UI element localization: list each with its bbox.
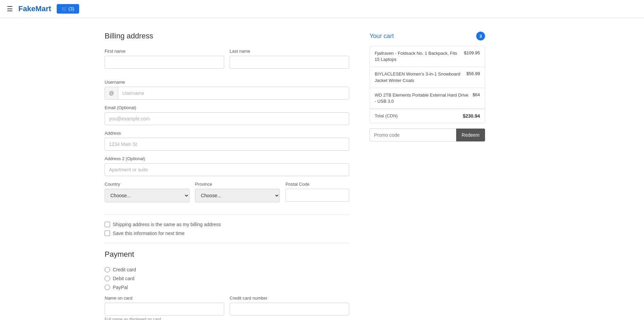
- address-group: Address: [105, 131, 349, 151]
- header: ☰ FakeMart 🛒 (3): [0, 0, 644, 18]
- cart-count-badge: 3: [476, 32, 485, 40]
- credit-card-radio-group: Credit card: [105, 267, 349, 272]
- payment-section-title: Payment: [105, 250, 349, 259]
- cart-button[interactable]: 🛒 (3): [57, 4, 79, 14]
- main-container: Billing address First name Last name Use…: [84, 18, 560, 320]
- debit-card-radio[interactable]: [105, 276, 110, 281]
- country-label: Country: [105, 182, 190, 187]
- last-name-label: Last name: [230, 49, 349, 54]
- cart-items-container: Fjallraven - Foldsack No. 1 Backpack, Fi…: [370, 46, 485, 123]
- cart-item: WD 2TB Elements Portable External Hard D…: [370, 88, 485, 109]
- province-group: Province Choose...: [195, 182, 280, 202]
- cart-total-value: $230.94: [463, 113, 480, 119]
- first-name-input[interactable]: [105, 56, 224, 69]
- save-info-checkbox[interactable]: [105, 231, 110, 236]
- cc-number-input[interactable]: [230, 303, 349, 316]
- address-label: Address: [105, 131, 349, 136]
- first-name-label: First name: [105, 49, 224, 54]
- email-label: Email (Optional): [105, 105, 349, 110]
- name-hint: Full name as displayed on card: [105, 317, 224, 320]
- username-input[interactable]: [118, 87, 349, 99]
- first-name-group: First name: [105, 49, 224, 69]
- username-label: Username: [105, 80, 349, 85]
- cart-total-row: Total (CDN) $230.94: [370, 109, 485, 123]
- name-on-card-input[interactable]: [105, 303, 224, 316]
- postal-group: Postal Code: [285, 182, 349, 202]
- save-info-group: Save this information for next time: [105, 231, 349, 236]
- credit-card-radio[interactable]: [105, 267, 110, 272]
- name-on-card-label: Name on card: [105, 296, 224, 301]
- credit-card-label[interactable]: Credit card: [113, 267, 136, 272]
- username-at-symbol: @: [105, 87, 118, 99]
- billing-section-title: Billing address: [105, 32, 349, 40]
- location-row: Country Choose... Province Choose... Pos…: [105, 182, 349, 208]
- username-wrapper: @: [105, 87, 349, 100]
- promo-code-input[interactable]: [370, 129, 456, 141]
- shipping-same-label[interactable]: Shipping address is the same as my billi…: [113, 222, 221, 227]
- address2-group: Address 2 (Optional): [105, 156, 349, 176]
- name-row: First name Last name: [105, 49, 349, 74]
- email-input[interactable]: [105, 112, 349, 125]
- address2-input[interactable]: [105, 163, 349, 176]
- cart-item-price: $56.99: [466, 71, 480, 76]
- redeem-button[interactable]: Redeem: [456, 129, 485, 141]
- shipping-same-group: Shipping address is the same as my billi…: [105, 222, 349, 227]
- country-group: Country Choose...: [105, 182, 190, 202]
- cart-item-name: BIYLACLESEN Women's 3-in-1 Snowboard Jac…: [375, 71, 463, 83]
- brand-logo: FakeMart: [18, 4, 51, 13]
- address2-label: Address 2 (Optional): [105, 156, 349, 161]
- province-label: Province: [195, 182, 280, 187]
- divider-2: [105, 243, 349, 243]
- paypal-radio-group: PayPal: [105, 285, 349, 290]
- cart-total-label: Total (CDN): [375, 113, 398, 119]
- cart-item-name: WD 2TB Elements Portable External Hard D…: [375, 92, 469, 104]
- promo-row: Redeem: [370, 129, 485, 141]
- province-select[interactable]: Choose...: [195, 189, 280, 202]
- card-fields-row: Name on card Full name as displayed on c…: [105, 296, 349, 320]
- last-name-input[interactable]: [230, 56, 349, 69]
- cart-item-name: Fjallraven - Foldsack No. 1 Backpack, Fi…: [375, 50, 461, 63]
- paypal-label[interactable]: PayPal: [113, 285, 128, 290]
- cart-header: Your cart 3: [370, 32, 485, 40]
- postal-label: Postal Code: [285, 182, 349, 187]
- address-input[interactable]: [105, 138, 349, 151]
- divider-1: [105, 215, 349, 215]
- cart-item-price: $109.95: [464, 50, 480, 55]
- name-on-card-group: Name on card Full name as displayed on c…: [105, 296, 224, 320]
- country-select[interactable]: Choose...: [105, 189, 190, 202]
- cart-item: BIYLACLESEN Women's 3-in-1 Snowboard Jac…: [370, 67, 485, 88]
- cart-title: Your cart: [370, 33, 394, 40]
- cart-item-price: $64: [472, 92, 480, 97]
- debit-card-radio-group: Debit card: [105, 276, 349, 281]
- cc-number-group: Credit card number: [230, 296, 349, 320]
- paypal-radio[interactable]: [105, 285, 110, 290]
- email-group: Email (Optional): [105, 105, 349, 125]
- postal-input[interactable]: [285, 189, 349, 202]
- save-info-label[interactable]: Save this information for next time: [113, 231, 185, 236]
- username-group: Username @: [105, 80, 349, 100]
- shipping-same-checkbox[interactable]: [105, 222, 110, 227]
- form-section: Billing address First name Last name Use…: [105, 32, 349, 320]
- last-name-group: Last name: [230, 49, 349, 69]
- cc-number-label: Credit card number: [230, 296, 349, 301]
- cart-item: Fjallraven - Foldsack No. 1 Backpack, Fi…: [370, 46, 485, 67]
- menu-icon[interactable]: ☰: [7, 5, 13, 13]
- cart-section: Your cart 3 Fjallraven - Foldsack No. 1 …: [370, 32, 485, 320]
- debit-card-label[interactable]: Debit card: [113, 276, 135, 281]
